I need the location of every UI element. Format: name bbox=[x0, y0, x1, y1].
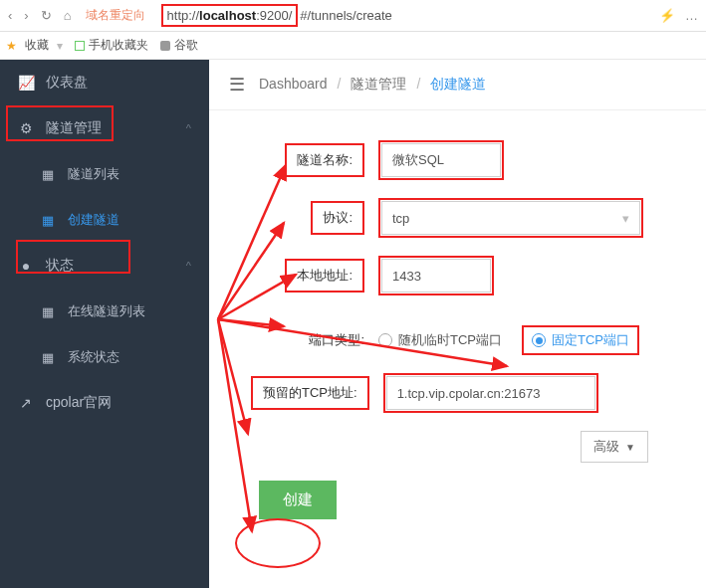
status-icon: ● bbox=[18, 258, 34, 274]
breadcrumb-bar: ☰ Dashboard / 隧道管理 / 创建隧道 bbox=[209, 60, 706, 110]
external-link-icon: ↗ bbox=[18, 395, 34, 411]
home-icon[interactable]: ⌂ bbox=[64, 8, 72, 23]
create-button[interactable]: 创建 bbox=[259, 481, 337, 519]
browser-toolbar: ‹ › ↻ ⌂ 域名重定向 http://localhost:9200/ #/t… bbox=[0, 0, 706, 32]
sidebar-item-system-status[interactable]: ▦ 系统状态 bbox=[0, 334, 209, 380]
sidebar-item-tunnel-mgmt[interactable]: ⚙ 隧道管理 ^ bbox=[0, 105, 209, 151]
highlight-circle bbox=[235, 518, 321, 568]
label-reserved: 预留的TCP地址: bbox=[251, 376, 369, 410]
crumb-create-tunnel[interactable]: 创建隧道 bbox=[430, 76, 486, 94]
url-highlight: http://localhost:9200/ bbox=[161, 4, 299, 27]
grid-icon: ▦ bbox=[40, 350, 56, 365]
site-icon bbox=[160, 41, 170, 51]
url-text: http://localhost:9200/ bbox=[167, 8, 293, 23]
sidebar-label: 在线隧道列表 bbox=[68, 302, 145, 320]
row-local-addr: 本地地址: 1433 bbox=[219, 256, 676, 295]
row-reserved: 预留的TCP地址: 1.tcp.vip.cpolar.cn:21673 bbox=[219, 373, 676, 413]
crumb-dashboard[interactable]: Dashboard bbox=[259, 76, 328, 94]
sidebar-item-dashboard[interactable]: 📈 仪表盘 bbox=[0, 60, 209, 105]
menu-icon[interactable]: ☰ bbox=[229, 74, 245, 96]
gear-icon: ⚙ bbox=[18, 120, 34, 136]
sidebar-label: 隧道管理 bbox=[46, 119, 102, 137]
sidebar-label: 仪表盘 bbox=[46, 74, 88, 92]
grid-icon: ▦ bbox=[40, 167, 56, 182]
advanced-button[interactable]: 高级 ▼ bbox=[581, 431, 648, 463]
redirect-label: 域名重定向 bbox=[86, 7, 145, 24]
reload-icon[interactable]: ↻ bbox=[41, 8, 52, 23]
create-tunnel-form: 隧道名称: 微软SQL 协议: tcp▾ 本地地址: 1433 端口类型: 随机… bbox=[209, 110, 706, 549]
sidebar-label: 隧道列表 bbox=[68, 165, 119, 183]
toolbar-right: ⚡ … bbox=[659, 8, 698, 23]
sidebar: 📈 仪表盘 ⚙ 隧道管理 ^ ▦ 隧道列表 ▦ 创建隧道 ● 状态 ^ ▦ 在线… bbox=[0, 60, 209, 588]
input-local-addr[interactable]: 1433 bbox=[381, 259, 491, 293]
row-port-type: 端口类型: 随机临时TCP端口 固定TCP端口 bbox=[219, 325, 676, 355]
select-protocol[interactable]: tcp▾ bbox=[381, 201, 640, 235]
sidebar-label: 创建隧道 bbox=[68, 211, 119, 229]
label-name: 隧道名称: bbox=[285, 143, 364, 177]
sidebar-label: 系统状态 bbox=[68, 348, 119, 366]
grid-icon: ▦ bbox=[40, 213, 56, 228]
back-icon[interactable]: ‹ bbox=[8, 8, 12, 23]
bookmark-fav[interactable]: ★收藏▾ bbox=[6, 37, 63, 54]
bookmark-bar: ★收藏▾ 手机收藏夹 谷歌 bbox=[0, 32, 706, 60]
radio-icon bbox=[378, 333, 392, 347]
bolt-icon[interactable]: ⚡ bbox=[659, 8, 675, 23]
crumb-sep: / bbox=[338, 76, 342, 94]
sidebar-item-tunnel-list[interactable]: ▦ 隧道列表 bbox=[0, 151, 209, 197]
crumb-tunnel-mgmt[interactable]: 隧道管理 bbox=[351, 76, 406, 94]
sidebar-item-cpolar-site[interactable]: ↗ cpolar官网 bbox=[0, 380, 209, 426]
input-reserved[interactable]: 1.tcp.vip.cpolar.cn:21673 bbox=[386, 376, 595, 410]
sidebar-label: cpolar官网 bbox=[46, 394, 112, 412]
forward-icon[interactable]: › bbox=[24, 8, 28, 23]
label-port-type: 端口类型: bbox=[219, 331, 378, 349]
radio-random[interactable]: 随机临时TCP端口 bbox=[378, 331, 502, 349]
label-protocol: 协议: bbox=[311, 201, 364, 235]
main-content: ☰ Dashboard / 隧道管理 / 创建隧道 隧道名称: 微软SQL 协议… bbox=[209, 60, 706, 588]
address-bar[interactable]: http://localhost:9200/ #/tunnels/create bbox=[161, 4, 649, 27]
sidebar-item-create-tunnel[interactable]: ▦ 创建隧道 bbox=[0, 197, 209, 243]
bookmark-google[interactable]: 谷歌 bbox=[160, 37, 198, 54]
url-path: #/tunnels/create bbox=[300, 8, 392, 23]
radio-group-port-type: 随机临时TCP端口 固定TCP端口 bbox=[378, 325, 639, 355]
chevron-down-icon: ▾ bbox=[622, 211, 629, 226]
nav-icon-group: ‹ › ↻ ⌂ bbox=[8, 8, 72, 23]
chevron-up-icon: ^ bbox=[186, 260, 191, 272]
sidebar-item-online-list[interactable]: ▦ 在线隧道列表 bbox=[0, 289, 209, 334]
breadcrumb: Dashboard / 隧道管理 / 创建隧道 bbox=[259, 76, 486, 94]
row-name: 隧道名称: 微软SQL bbox=[219, 140, 676, 180]
radio-icon bbox=[532, 333, 546, 347]
crumb-sep: / bbox=[416, 76, 420, 94]
bookmark-mobile[interactable]: 手机收藏夹 bbox=[75, 37, 148, 54]
grid-icon: ▦ bbox=[40, 304, 56, 319]
row-protocol: 协议: tcp▾ bbox=[219, 198, 676, 238]
sidebar-label: 状态 bbox=[46, 257, 74, 275]
sidebar-item-status[interactable]: ● 状态 ^ bbox=[0, 243, 209, 289]
chevron-down-icon: ▼ bbox=[625, 442, 635, 453]
label-local-addr: 本地地址: bbox=[285, 259, 364, 293]
dashboard-icon: 📈 bbox=[18, 75, 34, 91]
input-name[interactable]: 微软SQL bbox=[381, 143, 501, 177]
more-icon[interactable]: … bbox=[685, 8, 698, 23]
radio-fixed[interactable]: 固定TCP端口 bbox=[522, 325, 639, 355]
mobile-icon bbox=[75, 41, 85, 51]
chevron-up-icon: ^ bbox=[186, 122, 191, 134]
star-icon: ★ bbox=[6, 39, 17, 53]
